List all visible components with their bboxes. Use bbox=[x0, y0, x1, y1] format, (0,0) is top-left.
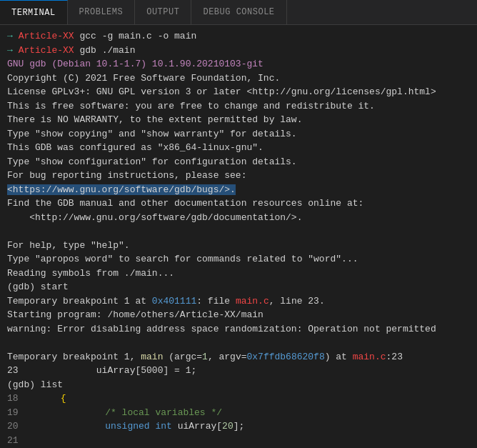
terminal-line: 20 unsigned int uiArray[20]; bbox=[7, 419, 470, 434]
terminal-line: For bug reporting instructions, please s… bbox=[7, 169, 470, 183]
terminal-line: <http://www.gnu.org/software/gdb/documen… bbox=[7, 211, 470, 225]
terminal-line: Temporary breakpoint 1 at 0x401111: file… bbox=[7, 294, 470, 309]
terminal-line: warning: Error disabling address space r… bbox=[7, 322, 470, 337]
terminal-line: This is free software: you are free to c… bbox=[7, 99, 470, 114]
terminal-line: (gdb) start bbox=[7, 280, 470, 294]
terminal-line: Type "show configuration" for configurat… bbox=[7, 155, 470, 169]
terminal-line bbox=[7, 224, 470, 239]
terminal-line: → Article-XX gdb ./main bbox=[7, 44, 470, 58]
terminal-line: Type "show copying" and "show warranty" … bbox=[7, 127, 470, 141]
terminal-line bbox=[7, 336, 470, 350]
tab-debug-console[interactable]: DEBUG CONSOLE bbox=[191, 0, 286, 24]
tab-problems[interactable]: PROBLEMS bbox=[68, 0, 136, 24]
terminal-line: 23 uiArray[5000] = 1; bbox=[7, 364, 470, 378]
terminal-body[interactable]: → Article-XX gcc -g main.c -o main → Art… bbox=[0, 25, 477, 448]
terminal-line: There is NO WARRANTY, to the extent perm… bbox=[7, 113, 470, 127]
terminal-line: Find the GDB manual and other documentat… bbox=[7, 196, 470, 211]
terminal-line: Starting program: /home/others/Article-X… bbox=[7, 308, 470, 322]
terminal-line: Type "apropos word" to search for comman… bbox=[7, 252, 470, 267]
terminal-line: → Article-XX gcc -g main.c -o main bbox=[7, 29, 470, 44]
terminal-line: (gdb) list bbox=[7, 378, 470, 392]
tab-output[interactable]: OUTPUT bbox=[135, 0, 191, 24]
tab-bar: TERMINAL PROBLEMS OUTPUT DEBUG CONSOLE bbox=[0, 0, 477, 25]
terminal-line: 18 { bbox=[7, 392, 470, 406]
terminal-line: For help, type "help". bbox=[7, 239, 470, 253]
terminal-line: Copyright (C) 2021 Free Software Foundat… bbox=[7, 71, 470, 86]
tab-terminal[interactable]: TERMINAL bbox=[0, 0, 68, 24]
terminal-line: Temporary breakpoint 1, main (argc=1, ar… bbox=[7, 350, 470, 364]
terminal-line: <https://www.gnu.org/software/gdb/bugs/>… bbox=[7, 183, 470, 197]
terminal-line: 19 /* local variables */ bbox=[7, 406, 470, 420]
terminal-line: Reading symbols from ./main... bbox=[7, 267, 470, 281]
terminal-line: This GDB was configured as "x86_64-linux… bbox=[7, 141, 470, 155]
terminal-line: GNU gdb (Debian 10.1-1.7) 10.1.90.202101… bbox=[7, 57, 470, 71]
terminal-line: License GPLv3+: GNU GPL version 3 or lat… bbox=[7, 85, 470, 99]
terminal-line: 21 bbox=[7, 434, 470, 448]
